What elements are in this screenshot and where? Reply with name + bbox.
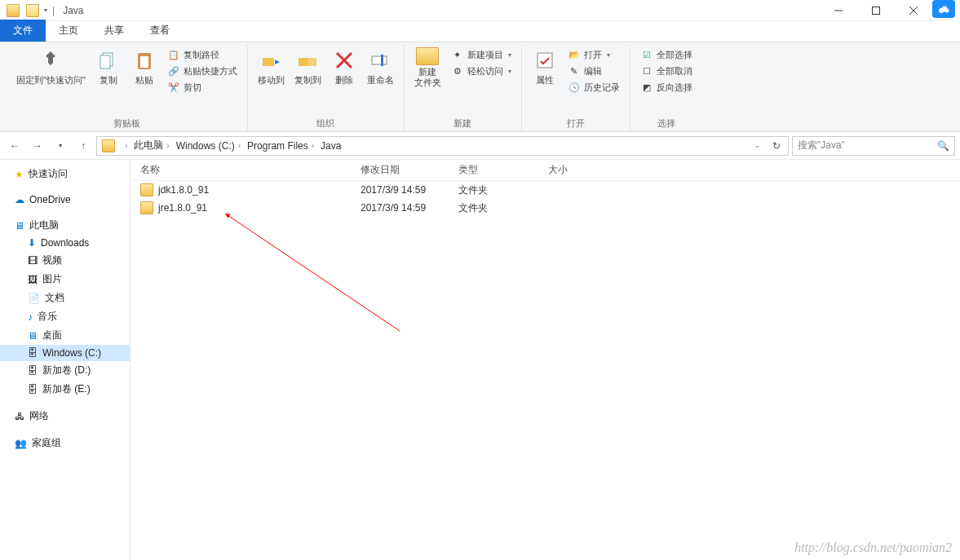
close-button[interactable] [895,0,932,21]
copy-to-button[interactable]: 复制到 [290,46,326,87]
nav-tree: ★快速访问 ☁OneDrive 🖥此电脑 ⬇Downloads 🎞视频 🖼图片 … [0,160,131,560]
rename-icon [367,47,393,73]
pin-quick-access-button[interactable]: 固定到"快速访问" [11,46,91,87]
select-none-icon: ☐ [640,64,653,77]
history-button[interactable]: 🕓历史记录 [566,80,622,95]
crumb-program-files[interactable]: Program Files› [244,140,317,152]
tree-network[interactable]: 🖧网络 [0,407,130,426]
download-icon: ⬇ [28,237,36,249]
maximize-button[interactable] [857,0,895,21]
group-label: 组织 [316,114,334,131]
back-button[interactable]: ← [5,136,24,156]
crumb-java[interactable]: Java [317,140,344,152]
tab-view[interactable]: 查看 [137,20,183,42]
svg-point-6 [945,8,949,12]
select-none-button[interactable]: ☐全部取消 [639,64,694,78]
file-list: 名称 修改日期 类型 大小 jdk1.8.0_91 2017/3/9 14:59… [131,160,960,560]
delete-button[interactable]: 删除 [326,46,362,87]
tree-pictures[interactable]: 🖼图片 [0,270,130,289]
invert-selection-button[interactable]: ◩反向选择 [639,80,694,95]
ribbon-group-clipboard: 固定到"快速访问" 复制 粘贴 📋复制路径 🔗粘贴快捷方式 ✂️剪切 剪贴板 [7,46,248,131]
music-icon: ♪ [28,311,33,323]
move-to-button[interactable]: 移动到 [253,46,290,87]
drive-icon: 🗄 [28,384,38,395]
new-folder-button[interactable]: 新建 文件夹 [409,46,446,90]
ribbon-tabs: 文件 主页 共享 查看 [0,21,960,42]
rename-button[interactable]: 重命名 [362,46,399,87]
picture-icon: 🖼 [28,274,38,285]
list-item[interactable]: jdk1.8.0_91 2017/3/9 14:59 文件夹 [131,181,960,199]
open-button[interactable]: 📂打开▾ [566,47,622,62]
ribbon: 固定到"快速访问" 复制 粘贴 📋复制路径 🔗粘贴快捷方式 ✂️剪切 剪贴板 移… [0,42,960,132]
refresh-button[interactable]: ↻ [767,136,786,156]
edit-button[interactable]: ✎编辑 [566,64,622,78]
copy-path-button[interactable]: 📋复制路径 [166,47,239,62]
tree-onedrive[interactable]: ☁OneDrive [0,192,130,208]
delete-icon [331,47,357,73]
crumb-pc[interactable]: › [118,141,131,150]
col-modified[interactable]: 修改日期 [361,163,458,177]
tree-this-pc[interactable]: 🖥此电脑 [0,216,130,235]
edit-icon: ✎ [568,64,581,77]
paste-button[interactable]: 粘贴 [126,46,162,87]
svg-rect-13 [307,58,316,66]
window-title: Java [63,5,83,16]
cut-button[interactable]: ✂️剪切 [166,80,239,95]
col-size[interactable]: 大小 [548,163,613,177]
copy-button[interactable]: 复制 [91,46,126,87]
tree-drive-d[interactable]: 🗄新加卷 (D:) [0,361,130,380]
svg-line-19 [225,214,400,331]
tree-drive-c[interactable]: 🗄Windows (C:) [0,345,130,361]
group-label: 新建 [453,114,471,131]
down-caret-icon[interactable]: ▾ [42,7,49,14]
tree-documents[interactable]: 📄文档 [0,289,130,307]
tree-desktop[interactable]: 🖥桌面 [0,326,130,345]
shortcut-icon: 🔗 [167,64,180,77]
address-bar[interactable]: › 此电脑› Windows (C:)› Program Files› Java… [96,136,789,156]
tree-quick-access[interactable]: ★快速访问 [0,165,130,183]
forward-button[interactable]: → [28,136,47,156]
easy-access-button[interactable]: ⚙轻松访问▾ [449,64,513,78]
tab-share[interactable]: 共享 [91,20,137,42]
list-item[interactable]: jre1.8.0_91 2017/3/9 14:59 文件夹 [131,199,960,217]
minimize-button[interactable] [820,0,857,21]
recent-locations-button[interactable]: ▾ [51,136,70,156]
svg-rect-8 [100,55,110,68]
pin-icon [38,47,64,73]
paste-shortcut-button[interactable]: 🔗粘贴快捷方式 [166,64,239,78]
search-input[interactable]: 搜索"Java" 🔍 [792,136,955,156]
up-button[interactable]: ↑ [73,136,93,156]
drive-icon: 🗄 [28,365,38,377]
title-bar: ▾ | Java [0,0,960,21]
select-all-button[interactable]: 全部选择 [639,47,694,62]
col-type[interactable]: 类型 [458,163,548,177]
tree-homegroup[interactable]: 👥家庭组 [0,434,130,452]
svg-rect-11 [263,58,274,66]
separator: | [52,5,55,16]
properties-button[interactable]: 属性 [527,46,563,87]
tree-drive-e[interactable]: 🗄新加卷 (E:) [0,380,130,399]
cloud-badge-icon[interactable] [932,0,955,18]
svg-rect-17 [381,55,383,66]
dropdown-button[interactable]: ⌄ [747,136,767,156]
tab-home[interactable]: 主页 [46,20,91,42]
history-icon: 🕓 [568,81,581,94]
pc-icon: 🖥 [15,220,24,231]
tree-videos[interactable]: 🎞视频 [0,251,130,270]
crumb-drive[interactable]: Windows (C:)› [173,140,244,152]
desktop-icon: 🖥 [28,330,38,342]
select-all-icon [640,48,653,61]
svg-rect-1 [873,7,880,14]
tab-file[interactable]: 文件 [0,20,46,42]
svg-rect-10 [140,56,148,68]
cut-icon: ✂️ [167,81,180,94]
group-label: 打开 [567,114,585,131]
crumb-pc[interactable]: 此电脑› [131,139,172,152]
easy-access-icon: ⚙ [451,64,464,77]
tree-downloads[interactable]: ⬇Downloads [0,235,130,251]
folder-icon [102,139,115,152]
tree-music[interactable]: ♪音乐 [0,307,130,326]
video-icon: 🎞 [28,255,38,267]
new-item-button[interactable]: ✦新建项目▾ [449,47,513,62]
col-name[interactable]: 名称 [140,163,361,177]
